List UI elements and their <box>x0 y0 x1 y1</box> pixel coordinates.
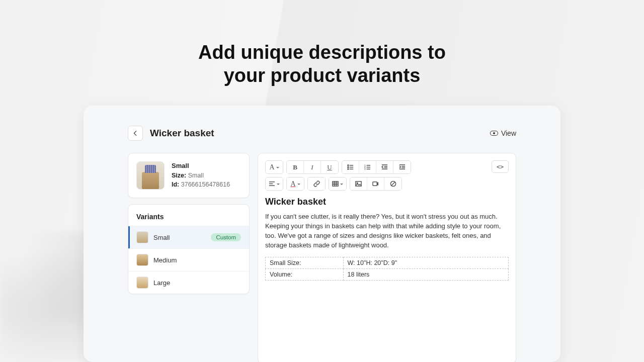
svg-line-33 <box>391 182 394 186</box>
video-button[interactable] <box>367 177 384 190</box>
link-button[interactable] <box>308 177 325 190</box>
arrow-left-icon <box>132 130 139 137</box>
summary-id-label: Id: <box>172 181 179 188</box>
table-cell-key: Small Size: <box>266 257 344 269</box>
back-button[interactable] <box>128 126 143 141</box>
doc-title: Wicker basket <box>265 197 509 207</box>
ul-icon <box>347 164 354 170</box>
clear-icon <box>390 180 396 187</box>
table-button[interactable] <box>329 177 346 190</box>
hero-heading: Add unique descriptions to your product … <box>0 0 644 87</box>
app-card: Wicker basket View Small Size: Small Id:… <box>84 106 560 362</box>
hero-line-2: your product variants <box>224 65 421 86</box>
unordered-list-button[interactable] <box>342 161 359 173</box>
rich-text-editor: A B I U 123 <box>258 153 516 362</box>
svg-point-0 <box>348 165 349 166</box>
text-color-button[interactable]: A <box>287 177 304 190</box>
outdent-icon <box>381 164 388 170</box>
eye-icon <box>490 131 498 136</box>
indent-button[interactable] <box>393 161 411 173</box>
indent-icon <box>399 164 406 170</box>
table-row: Volume: 18 liters <box>266 269 509 281</box>
view-link[interactable]: View <box>490 129 516 137</box>
clear-format-button[interactable] <box>384 177 401 190</box>
table-row: Small Size: W: 10"H: 20"D: 9" <box>266 257 509 269</box>
table-cell-value: 18 liters <box>343 269 508 281</box>
svg-rect-23 <box>333 182 338 186</box>
hero-line-1: Add unique descriptions to <box>198 42 446 63</box>
summary-size-value: Small <box>188 172 204 179</box>
page-title: Wicker basket <box>150 128 214 139</box>
variant-thumb-icon <box>136 277 148 289</box>
font-family-button[interactable]: A <box>266 161 283 173</box>
table-cell-key: Volume: <box>266 269 344 281</box>
editor-toolbar: A B I U 123 <box>265 160 509 191</box>
variant-name: Medium <box>153 256 241 264</box>
custom-badge: Custom <box>211 233 241 241</box>
variant-name: Large <box>153 279 241 287</box>
variant-thumbnail <box>136 161 165 190</box>
variants-panel: Variants Small Custom Medium Large <box>128 204 250 294</box>
doc-paragraph: If you can't see clutter, is it really t… <box>265 212 509 250</box>
table-icon <box>332 180 339 187</box>
underline-button[interactable]: U <box>321 161 338 173</box>
variant-row-small[interactable]: Small Custom <box>128 226 249 248</box>
view-label: View <box>501 129 516 137</box>
variant-row-large[interactable]: Large <box>128 271 249 294</box>
svg-rect-28 <box>356 182 361 186</box>
alignment-button[interactable] <box>266 177 283 190</box>
link-icon <box>313 180 320 187</box>
svg-rect-30 <box>373 182 377 186</box>
editor-content[interactable]: Wicker basket If you can't see clutter, … <box>265 197 509 281</box>
card-header: Wicker basket View <box>128 126 516 141</box>
variant-thumb-icon <box>136 254 148 266</box>
code-view-button[interactable]: <> <box>492 160 509 173</box>
summary-name: Small <box>172 161 230 171</box>
svg-point-4 <box>348 168 349 169</box>
summary-id-value: 37666156478616 <box>181 181 230 188</box>
svg-point-2 <box>348 167 349 168</box>
variant-name: Small <box>153 234 206 241</box>
video-icon <box>372 180 379 187</box>
table-cell-value: W: 10"H: 20"D: 9" <box>343 257 508 269</box>
image-button[interactable] <box>350 177 367 190</box>
ordered-list-button[interactable]: 123 <box>359 161 376 173</box>
variants-title: Variants <box>128 205 249 226</box>
image-icon <box>355 180 362 187</box>
spec-table: Small Size: W: 10"H: 20"D: 9" Volume: 18… <box>265 257 509 281</box>
outdent-button[interactable] <box>376 161 393 173</box>
variant-summary: Small Size: Small Id: 37666156478616 <box>128 153 250 198</box>
variant-row-medium[interactable]: Medium <box>128 248 249 271</box>
bold-button[interactable]: B <box>287 161 304 173</box>
svg-text:3: 3 <box>364 168 366 170</box>
align-icon <box>269 180 275 187</box>
summary-size-label: Size: <box>172 172 186 179</box>
italic-button[interactable]: I <box>304 161 321 173</box>
ol-icon: 123 <box>364 164 371 170</box>
variant-thumb-icon <box>136 231 148 243</box>
